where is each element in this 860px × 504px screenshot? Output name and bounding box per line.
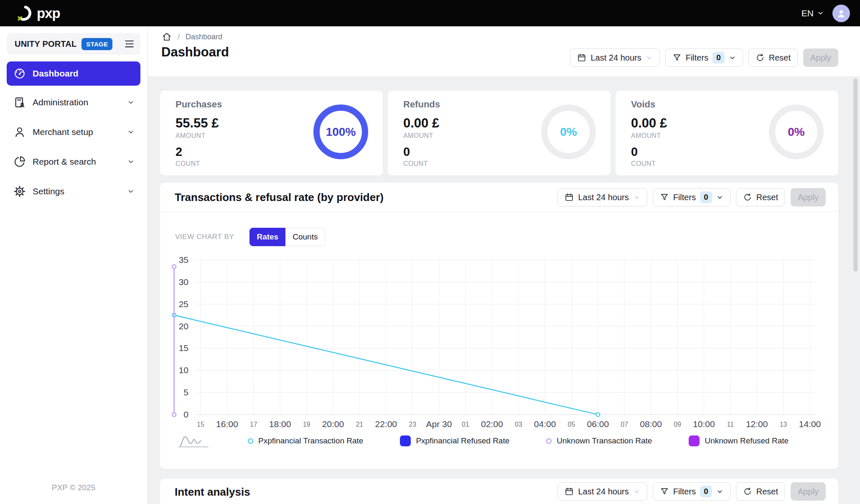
filters-button[interactable]: Filters 0	[653, 188, 730, 206]
filters-count-badge: 0	[712, 52, 725, 64]
voids-card: Voids 0.00 £ AMOUNT 0 COUNT 0%	[616, 91, 838, 176]
user-avatar[interactable]	[832, 5, 850, 22]
x-tick-label: 13	[780, 421, 787, 428]
card-amount-label: AMOUNT	[631, 132, 667, 140]
y-tick-label: 35	[163, 255, 188, 265]
reset-label: Reset	[769, 53, 791, 63]
legend-label: Unknown Refused Rate	[705, 436, 789, 445]
apply-button[interactable]: Apply	[791, 482, 826, 501]
toggle-rates[interactable]: Rates	[249, 228, 285, 246]
chart-navigator-icon[interactable]	[178, 433, 209, 448]
pxp-logo[interactable]: pxp	[17, 5, 60, 22]
chart-plot	[196, 260, 815, 415]
sidebar-item-dashboard[interactable]: Dashboard	[7, 61, 140, 86]
sidebar-item-label: Administration	[33, 97, 88, 107]
filters-button[interactable]: Filters 0	[653, 482, 730, 501]
x-tick-label: 16:00	[216, 419, 238, 429]
topbar: pxp EN	[0, 0, 860, 26]
x-tick-label: 12:00	[746, 419, 768, 429]
x-tick-label: 04:00	[534, 419, 556, 429]
breadcrumb-current: Dashboard	[186, 33, 222, 41]
x-tick-label: 10:00	[693, 419, 715, 429]
stat-cards-row: Purchases 55.55 £ AMOUNT 2 COUNT 100% Re…	[160, 91, 838, 176]
apply-button[interactable]: Apply	[803, 48, 838, 67]
sidebar-item-report-search[interactable]: Report & search	[7, 148, 140, 175]
toggle-counts[interactable]: Counts	[285, 228, 325, 246]
filters-button[interactable]: Filters 0	[665, 48, 743, 67]
card-count-label: COUNT	[176, 160, 222, 168]
chevron-down-icon	[633, 194, 640, 201]
home-icon[interactable]	[162, 32, 172, 42]
funnel-icon	[672, 53, 682, 62]
breadcrumb: / Dashboard	[162, 32, 222, 42]
date-range-button[interactable]: Last 24 hours	[570, 48, 659, 67]
sidebar-item-merchant-setup[interactable]: Merchant setup	[7, 119, 140, 145]
filter-bar: Last 24 hours Filters 0 Reset Apply	[557, 188, 826, 206]
view-chart-by: VIEW CHART BY Rates Counts	[175, 228, 325, 246]
sidebar-item-label: Report & search	[33, 157, 96, 167]
gear-icon	[13, 185, 26, 198]
chevron-down-icon	[716, 194, 723, 201]
chevron-down-icon	[716, 488, 723, 495]
date-range-label: Last 24 hours	[590, 53, 641, 63]
card-amount: 55.55 £	[176, 116, 222, 131]
filters-label: Filters	[673, 193, 696, 202]
legend-item[interactable]: Pxpfinancial Refused Rate	[400, 435, 509, 446]
environment-badge: STAGE	[81, 38, 112, 50]
x-tick-label: 03	[515, 421, 522, 428]
chevron-down-icon	[127, 158, 135, 165]
reset-button[interactable]: Reset	[736, 482, 785, 501]
date-range-button[interactable]: Last 24 hours	[557, 482, 647, 501]
reset-label: Reset	[756, 487, 778, 496]
person-icon	[13, 126, 26, 138]
legend-label: Pxpfinancial Refused Rate	[416, 436, 509, 445]
filter-bar: Last 24 hours Filters 0 Reset Apply	[570, 48, 838, 67]
card-amount-label: AMOUNT	[176, 132, 222, 140]
apply-button[interactable]: Apply	[791, 188, 826, 206]
card-count: 0	[403, 145, 440, 159]
calendar-icon	[565, 487, 574, 496]
card-amount: 0.00 £	[631, 116, 667, 131]
page-title: Dashboard	[161, 45, 229, 60]
chevron-down-icon	[127, 128, 135, 136]
purchases-card: Purchases 55.55 £ AMOUNT 2 COUNT 100%	[160, 91, 383, 176]
card-amount-label: AMOUNT	[403, 132, 440, 140]
date-range-label: Last 24 hours	[578, 193, 628, 202]
x-tick-label: 14:00	[799, 419, 821, 429]
funnel-icon	[660, 487, 669, 496]
sidebar-item-settings[interactable]: Settings	[7, 178, 140, 205]
portal-title: UNITY PORTAL	[15, 39, 76, 49]
legend-item[interactable]: Unknown Transaction Rate	[546, 436, 652, 445]
y-tick-label: 10	[163, 365, 188, 375]
pie-chart-icon	[13, 155, 26, 168]
x-tick-label: 19	[303, 421, 310, 428]
legend-item[interactable]: Pxpfinancial Transaction Rate	[248, 436, 363, 445]
x-tick-label: 15	[197, 421, 204, 428]
language-selector[interactable]: EN	[801, 8, 824, 18]
legend-marker	[546, 438, 552, 444]
x-tick-label: Apr 30	[426, 419, 452, 429]
filter-bar: Last 24 hours Filters 0 Reset Apply	[557, 482, 826, 501]
card-count: 0	[631, 145, 667, 159]
reset-button[interactable]: Reset	[748, 48, 798, 67]
pxp-logo-icon	[17, 5, 34, 22]
date-range-button[interactable]: Last 24 hours	[557, 188, 647, 206]
funnel-icon	[660, 193, 669, 202]
percent-ring: 0%	[769, 104, 824, 159]
y-tick-label: 5	[163, 387, 188, 397]
sidebar-item-administration[interactable]: Administration	[7, 89, 140, 116]
scrollbar-thumb[interactable]	[853, 79, 857, 272]
filters-label: Filters	[686, 53, 708, 63]
page-header: / Dashboard Dashboard Last 24 hours Filt…	[148, 26, 860, 77]
card-title: Purchases	[176, 99, 222, 110]
reset-label: Reset	[756, 193, 778, 202]
filters-label: Filters	[673, 487, 696, 496]
filters-count-badge: 0	[700, 486, 712, 497]
chart-canvas	[196, 260, 815, 415]
refresh-icon	[743, 193, 752, 202]
sidebar-item-label: Dashboard	[33, 69, 79, 79]
collapse-sidebar-icon[interactable]	[124, 38, 135, 49]
legend-item[interactable]: Unknown Refused Rate	[689, 435, 789, 446]
chart-legend: Pxpfinancial Transaction RatePxpfinancia…	[178, 433, 829, 448]
reset-button[interactable]: Reset	[736, 188, 785, 206]
